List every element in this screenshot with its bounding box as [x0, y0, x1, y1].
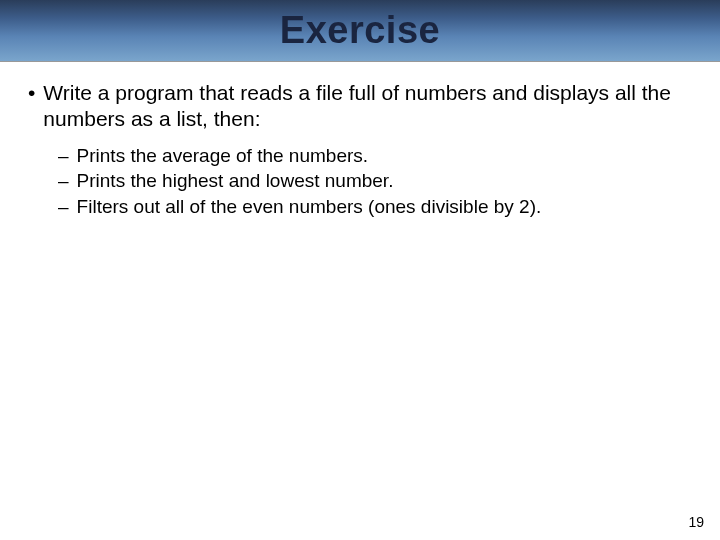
bullet-dot-icon: • [28, 80, 35, 106]
sub-bullet: – Prints the average of the numbers. [58, 143, 692, 169]
sub-bullet: – Filters out all of the even numbers (o… [58, 194, 692, 220]
slide-title: Exercise [280, 9, 440, 52]
slide-content: • Write a program that reads a file full… [0, 62, 720, 219]
sub-bullet: – Prints the highest and lowest number. [58, 168, 692, 194]
sub-bullet-text: Prints the average of the numbers. [77, 143, 369, 169]
sub-bullet-list: – Prints the average of the numbers. – P… [28, 143, 692, 220]
main-bullet-text: Write a program that reads a file full o… [43, 80, 692, 133]
sub-bullet-text: Filters out all of the even numbers (one… [77, 194, 542, 220]
title-bar: Exercise [0, 0, 720, 62]
dash-icon: – [58, 168, 69, 194]
slide: Exercise • Write a program that reads a … [0, 0, 720, 540]
main-bullet: • Write a program that reads a file full… [28, 80, 692, 133]
dash-icon: – [58, 143, 69, 169]
dash-icon: – [58, 194, 69, 220]
page-number: 19 [688, 514, 704, 530]
sub-bullet-text: Prints the highest and lowest number. [77, 168, 394, 194]
